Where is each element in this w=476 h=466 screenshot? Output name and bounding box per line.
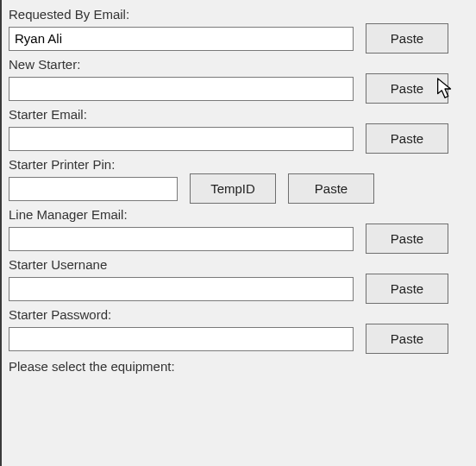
requested-by-email-label: Requested By Email: (9, 7, 471, 22)
line-manager-email-label: Line Manager Email: (9, 207, 471, 222)
starter-printer-pin-input[interactable] (9, 177, 178, 201)
starter-password-input[interactable] (9, 327, 354, 351)
paste-starter-email-button[interactable]: Paste (366, 123, 448, 154)
starter-printer-pin-label: Starter Printer Pin: (9, 157, 471, 172)
new-starter-input[interactable] (9, 77, 354, 101)
select-equipment-label: Please select the equipment: (9, 359, 471, 374)
starter-email-label: Starter Email: (9, 107, 471, 122)
paste-starter-username-button[interactable]: Paste (366, 274, 448, 304)
paste-line-manager-email-button[interactable]: Paste (366, 224, 448, 254)
line-manager-email-input[interactable] (9, 227, 354, 251)
starter-email-input[interactable] (9, 127, 354, 151)
starter-username-label: Starter Usernane (9, 257, 471, 272)
new-starter-label: New Starter: (9, 57, 471, 72)
starter-username-input[interactable] (9, 277, 354, 301)
paste-new-starter-button[interactable]: Paste (366, 73, 448, 104)
starter-password-label: Starter Password: (9, 307, 471, 322)
temp-id-button[interactable]: TempID (190, 173, 276, 204)
paste-printer-pin-button[interactable]: Paste (288, 173, 374, 204)
paste-starter-password-button[interactable]: Paste (366, 324, 448, 354)
form-panel: Requested By Email: Paste New Starter: P… (0, 0, 476, 466)
paste-requested-by-email-button[interactable]: Paste (366, 23, 448, 54)
requested-by-email-input[interactable] (9, 27, 354, 51)
